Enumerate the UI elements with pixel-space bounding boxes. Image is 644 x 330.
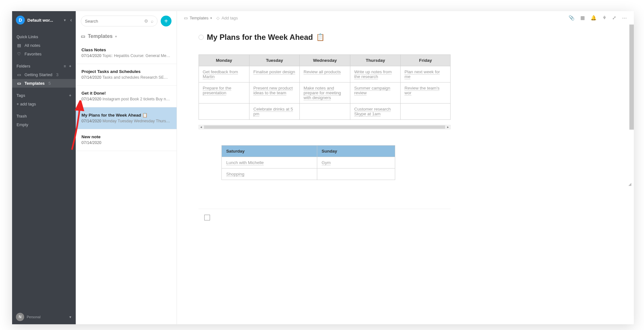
title-emoji-icon: 📋 — [316, 33, 325, 41]
workspace-switcher[interactable]: D Default wor... ▼ ‹ — [12, 11, 76, 29]
attachment-icon[interactable]: 📎 — [569, 15, 575, 21]
note-item[interactable]: My Plans for the Week Ahead 📋 07/14/2020… — [76, 107, 177, 129]
user-avatar: N — [16, 313, 24, 321]
add-tag-icon[interactable]: + — [69, 93, 71, 98]
table-cell[interactable]: Prepare for the presentation — [199, 82, 249, 104]
table-cell[interactable]: Present new product ideas to the team — [249, 82, 300, 104]
notes-header[interactable]: ▭ Templates ▾ — [76, 28, 177, 42]
th-friday: Friday — [401, 55, 451, 66]
resize-handle-icon[interactable]: ◢ — [389, 182, 631, 186]
document-body[interactable]: My Plans for the Week Ahead 📋 Monday Tue… — [177, 25, 634, 324]
user-plan: Personal — [27, 315, 66, 319]
table-cell[interactable] — [199, 104, 249, 120]
note-snippet: Instagram post Book 2 tickets Buy ne... — [102, 97, 171, 101]
horizontal-scrollbar[interactable]: ◄ ► — [199, 125, 451, 129]
th-monday: Monday — [199, 55, 249, 66]
table-cell[interactable]: Get feedback from Martin — [199, 66, 249, 82]
notification-icon[interactable]: 🔔 — [591, 15, 597, 21]
search-input[interactable]: ⚙ ⌕ — [81, 16, 158, 26]
checkbox[interactable] — [204, 215, 210, 220]
expand-icon[interactable]: ⤢ — [612, 15, 616, 21]
folder-count: 3 — [56, 72, 58, 77]
note-item[interactable]: Project Tasks and Schedules 07/14/2020 T… — [76, 64, 177, 86]
qr-icon[interactable]: ▦ — [580, 15, 585, 21]
table-cell[interactable]: Shopping — [222, 169, 317, 180]
trash-label: Trash — [12, 108, 76, 120]
workspace-avatar: D — [16, 16, 25, 25]
folder-templates[interactable]: ▭ Templates 5 — [12, 79, 76, 88]
user-footer[interactable]: N Personal ▼ — [12, 310, 76, 324]
th-thursday: Thursday — [350, 55, 401, 66]
note-title: Class Notes — [81, 47, 171, 52]
nav-label: All notes — [24, 43, 40, 48]
scroll-right-icon[interactable]: ► — [446, 126, 450, 129]
quick-links-label: Quick Links — [12, 29, 76, 41]
note-snippet: Tasks and schedules Research SEO ke... — [102, 75, 171, 80]
scroll-left-icon[interactable]: ◄ — [199, 126, 203, 129]
table-cell[interactable]: Customer research Skype at 1am — [350, 104, 401, 120]
table-cell[interactable]: Lunch with Michelle — [222, 157, 317, 169]
breadcrumb[interactable]: ▭ Templates ▾ — [184, 16, 212, 20]
note-icon: ▤ — [17, 43, 21, 48]
sort-icon[interactable]: ≡ — [64, 64, 66, 68]
note-date: 07/14/2020 — [81, 140, 102, 145]
folder-getting-started[interactable]: ▭ Getting Started 3 — [12, 70, 76, 79]
table-cell[interactable]: Make notes and prepare for meeting with … — [300, 82, 350, 104]
th-wednesday: Wednesday — [300, 55, 350, 66]
table-cell[interactable] — [317, 169, 395, 180]
chevron-down-icon[interactable]: ▾ — [115, 35, 117, 38]
chevron-down-icon[interactable]: ▾ — [210, 16, 212, 20]
trash-empty[interactable]: Empty — [12, 120, 76, 129]
workspace-name: Default wor... — [27, 18, 61, 23]
folder-name: Templates — [24, 81, 45, 86]
nav-favorites[interactable]: ♡ Favorites — [12, 50, 76, 58]
tag-icon: ◇ — [216, 16, 220, 20]
weekday-table[interactable]: Monday Tuesday Wednesday Thursday Friday… — [199, 54, 451, 120]
folder-icon: ▭ — [17, 72, 21, 77]
more-icon[interactable]: ⋯ — [622, 15, 627, 21]
th-tuesday: Tuesday — [249, 55, 300, 66]
note-title: Project Tasks and Schedules — [81, 69, 171, 74]
sidebar: D Default wor... ▼ ‹ Quick Links ▤ All n… — [12, 11, 76, 324]
chevron-down-icon[interactable]: ▼ — [69, 315, 72, 319]
bottom-section — [199, 209, 451, 220]
add-tags-link[interactable]: + add tags — [12, 100, 76, 108]
table-cell[interactable]: Review all products — [300, 66, 350, 82]
table-cell[interactable]: Finalise poster design — [249, 66, 300, 82]
weekend-table[interactable]: Saturday Sunday Lunch with Michelle Gym … — [221, 145, 395, 180]
table-cell[interactable]: Summer campaign review — [350, 82, 401, 104]
table-cell[interactable]: Plan next week for me — [401, 66, 451, 82]
note-item[interactable]: New note 07/14/2020 — [76, 129, 177, 151]
note-item[interactable]: Class Notes 07/14/2020 Topic: Hepatitis … — [76, 42, 177, 64]
table-cell[interactable]: Gym — [317, 157, 395, 169]
note-item[interactable]: Get it Done! 07/14/2020 Instagram post B… — [76, 86, 177, 107]
notes-header-title: Templates — [88, 33, 113, 39]
search-icon[interactable]: ⌕ — [151, 18, 153, 24]
new-note-button[interactable]: + — [161, 16, 172, 26]
note-title: Get it Done! — [81, 91, 171, 96]
share-icon[interactable]: ⚘ — [602, 15, 606, 21]
collapse-sidebar-icon[interactable]: ‹ — [70, 17, 72, 23]
nav-all-notes[interactable]: ▤ All notes — [12, 41, 76, 50]
folder-icon: ▭ — [81, 33, 85, 39]
folder-name: Getting Started — [24, 72, 52, 77]
add-folder-icon[interactable]: + — [69, 64, 71, 68]
search-field[interactable] — [85, 19, 144, 24]
note-date: 07/14/2020 — [81, 119, 102, 123]
filter-icon[interactable]: ⚙ — [144, 18, 148, 24]
add-tags-button[interactable]: ◇ Add tags — [216, 16, 238, 20]
table-cell[interactable]: Celebrate drinks at 5 pm — [249, 104, 300, 120]
table-cell[interactable] — [300, 104, 350, 120]
add-tags-label: Add tags — [221, 16, 238, 20]
document-title-row: My Plans for the Week Ahead 📋 — [199, 33, 631, 42]
document-title[interactable]: My Plans for the Week Ahead — [207, 33, 313, 42]
scroll-track[interactable] — [204, 126, 445, 129]
chevron-down-icon[interactable]: ▼ — [63, 18, 66, 22]
note-snippet: Topic: Hepatitis Course: General Medi... — [102, 54, 171, 58]
vertical-scrollbar[interactable] — [629, 25, 634, 130]
table-cell[interactable]: Write up notes from the research — [350, 66, 401, 82]
folders-label: Folders ≡ + — [12, 58, 76, 70]
table-cell[interactable] — [401, 104, 451, 120]
table-cell[interactable]: Review the team's wor — [401, 82, 451, 104]
nav-label: Favorites — [24, 52, 41, 56]
